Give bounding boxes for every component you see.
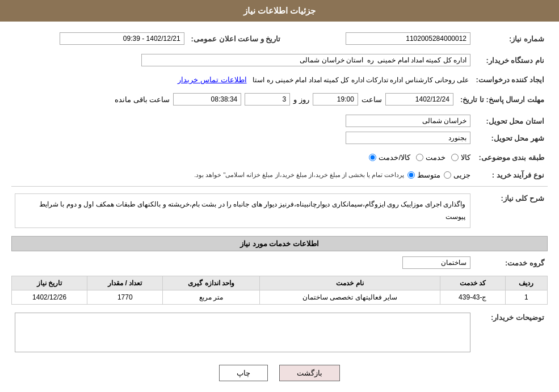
- button-area: بازگشت چاپ: [11, 365, 548, 381]
- noeFarayand-value: جزیی متوسط پرداخت تمام یا بخشی از مبلغ خ…: [11, 168, 474, 182]
- info-table-row2: نام دستگاه خریدار:: [11, 52, 548, 69]
- mohlat-saat-input: [313, 93, 358, 106]
- kala-radio[interactable]: [451, 154, 459, 161]
- mohlat-date-input: [385, 93, 453, 106]
- tawsihat-textarea[interactable]: [15, 313, 470, 352]
- info-table-row6: طبقه بندی موضوعی: کالا خدمت کالا/خدمت: [11, 151, 548, 164]
- chap-button[interactable]: چاپ: [219, 365, 268, 381]
- cell-kodKhedmat: ج-43-439: [440, 290, 505, 305]
- tawsihat-label-text: توضیحات خریدار:: [491, 313, 544, 322]
- cell-tedad: 1770: [87, 290, 163, 305]
- cell-radif: 1: [505, 290, 547, 305]
- col-vahed: واحد اندازه گیری: [163, 276, 260, 290]
- khadamat-section-title: اطلاعات خدمات مورد نیاز: [11, 236, 548, 251]
- divider1: [11, 186, 548, 187]
- mohlat-mande-input: [173, 93, 241, 106]
- page-container: جزئیات اطلاعات نیاز شماره نیاز: تاریخ و …: [0, 0, 559, 392]
- shahr-input: [346, 132, 470, 144]
- table-row: 1ج-43-439سایر فعالیتهای تخصصی ساختمانمتر…: [12, 290, 548, 305]
- info-table-row5: استان محل تحویل: شهر محل تحویل:: [11, 112, 548, 146]
- groupKhedmat-value: [11, 254, 474, 271]
- mohlat-rooz-label: روز و: [293, 95, 309, 104]
- page-title: جزئیات اطلاعات نیاز: [243, 6, 316, 15]
- shomareNiaz-label: شماره نیاز:: [474, 30, 548, 47]
- noeFarayand-label: نوع فرآیند خرید :: [474, 168, 548, 182]
- kalaKhedmat-radio[interactable]: [369, 154, 376, 161]
- sharh-box: واگذاری اجرای موزاییک روی ایزوگام،سیمانک…: [15, 193, 470, 228]
- khedmat-label: خدمت: [426, 153, 445, 162]
- ostan-input: [346, 115, 470, 127]
- sharh-label: شرح کلی نیاز:: [474, 191, 548, 230]
- groupKhedmat-input: [402, 256, 470, 269]
- kala-label: کالا: [461, 153, 470, 162]
- ostan-label: استان محل تحویل:: [474, 112, 548, 129]
- content-area: شماره نیاز: تاریخ و ساعت اعلان عمومی: نا…: [0, 22, 559, 392]
- page-header: جزئیات اطلاعات نیاز: [0, 0, 559, 22]
- tarikh-input: [60, 32, 184, 45]
- services-table: ردیف کد خدمت نام خدمت واحد اندازه گیری ت…: [11, 276, 548, 305]
- tarikh-value: [11, 30, 188, 47]
- tawsihat-value: [11, 310, 474, 356]
- jozii-radio[interactable]: [444, 171, 451, 179]
- motavaset-label: متوسط: [417, 171, 440, 179]
- col-kod: کد خدمت: [440, 276, 505, 290]
- tabaqeband-radios: کالا خدمت کالا/خدمت: [11, 151, 474, 164]
- mohlat-value: ساعت روز و ساعت باقی مانده: [11, 91, 457, 108]
- info-table-row4: مهلت ارسال پاسخ: تا تاریخ: ساعت روز و سا…: [11, 91, 548, 108]
- mohlat-mande-label: ساعت باقی مانده: [115, 95, 170, 104]
- khedmat-radio[interactable]: [416, 154, 423, 161]
- col-nam: نام خدمت: [259, 276, 440, 290]
- info-table-group: گروه خدمت:: [11, 254, 548, 271]
- mohlat-label: مهلت ارسال پاسخ: تا تاریخ:: [457, 91, 548, 108]
- info-table-tawsihat: توضیحات خریدار:: [11, 310, 548, 356]
- namDastgah-label: نام دستگاه خریدار:: [474, 52, 548, 69]
- shomareNiaz-value: [297, 30, 474, 47]
- jozii-label: جزیی: [453, 171, 470, 179]
- sharh-value: واگذاری اجرای موزاییک روی ایزوگام،سیمانک…: [11, 191, 474, 230]
- motavaset-radio[interactable]: [407, 171, 415, 179]
- eijad-value: علی روحانی کارشناس اداره تدارکات اداره ک…: [11, 73, 472, 86]
- tabaqeband-label: طبقه بندی موضوعی:: [474, 151, 548, 164]
- shomareNiaz-input: [346, 32, 470, 45]
- mohlat-rooz-input: [245, 93, 290, 106]
- col-radif: ردیف: [505, 276, 547, 290]
- farayand-text: پرداخت تمام یا بخشی از مبلغ خرید،از مبلغ…: [194, 171, 404, 179]
- mohlat-saat-label: ساعت: [362, 95, 382, 104]
- tawsihat-label: توضیحات خریدار:: [474, 310, 548, 356]
- kalaKhedmat-label: کالا/خدمت: [379, 153, 410, 162]
- bazgasht-button[interactable]: بازگشت: [279, 365, 340, 381]
- shahr-label: شهر محل تحویل:: [474, 129, 548, 146]
- groupKhedmat-label: گروه خدمت:: [474, 254, 548, 271]
- cell-tarikhNiaz: 1402/12/26: [12, 290, 87, 305]
- ostan-value: [11, 112, 474, 129]
- cell-vahedAndaze: متر مربع: [163, 290, 260, 305]
- namDastgah-input: [141, 54, 470, 66]
- col-tarikh: تاریخ نیاز: [12, 276, 87, 290]
- col-tedad: تعداد / مقدار: [87, 276, 163, 290]
- eijad-link[interactable]: اطلاعات تماس خریدار: [178, 75, 246, 84]
- info-table-row1: شماره نیاز: تاریخ و ساعت اعلان عمومی:: [11, 30, 548, 47]
- sharh-label-text: شرح کلی نیاز:: [501, 194, 544, 203]
- namDastgah-value: [11, 52, 474, 69]
- info-table-sharh: شرح کلی نیاز: واگذاری اجرای موزاییک روی …: [11, 191, 548, 230]
- eijad-label: ایجاد کننده درخواست:: [472, 73, 548, 86]
- eijad-text: علی روحانی کارشناس اداره تدارکات اداره ک…: [253, 76, 469, 84]
- info-table-row3: ایجاد کننده درخواست: علی روحانی کارشناس …: [11, 73, 548, 86]
- shahr-value: [11, 129, 474, 146]
- info-table-row7: نوع فرآیند خرید : جزیی متوسط پرداخت تمام…: [11, 168, 548, 182]
- cell-namKhedmat: سایر فعالیتهای تخصصی ساختمان: [259, 290, 440, 305]
- tarikh-label: تاریخ و ساعت اعلان عمومی:: [188, 30, 298, 47]
